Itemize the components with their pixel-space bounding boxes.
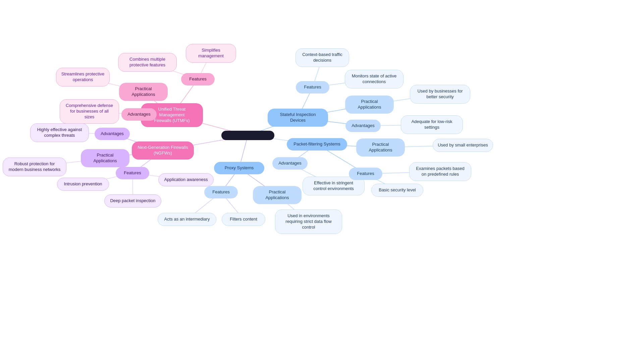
- ngfw-app-node: Application awareness: [158, 173, 214, 186]
- packet-practical-node[interactable]: Practical Applications: [356, 138, 405, 157]
- utm-simplifies-node: Simplifies management: [186, 44, 236, 63]
- proxy-intermediary-node: Acts as an intermediary: [158, 213, 216, 226]
- utm-combines-node: Combines multiple protective features: [118, 53, 177, 72]
- stateful-advantages-node[interactable]: Advantages: [345, 120, 381, 132]
- stateful-context-node: Context-based traffic decisions: [296, 48, 349, 67]
- ngfw-deep-node: Deep packet inspection: [104, 194, 161, 207]
- packet-small-node: Used by small enterprises: [433, 139, 493, 152]
- ngfw-advantages-node[interactable]: Advantages: [95, 128, 130, 140]
- ngfw-node[interactable]: Next-Generation Firewalls(NGFWs): [132, 141, 194, 160]
- ngfw-intrusion-node: Intrusion prevention: [57, 178, 109, 191]
- packet-advantages-node[interactable]: Advantages: [272, 157, 308, 170]
- ngfw-features-node[interactable]: Features: [116, 167, 149, 179]
- packet-features-node[interactable]: Features: [349, 168, 382, 180]
- utm-advantages-node[interactable]: Advantages: [121, 108, 157, 121]
- packet-basic-node: Basic security level: [371, 184, 423, 197]
- proxy-used-node: Used in environments requiring strict da…: [275, 209, 342, 234]
- proxy-practical-node[interactable]: Practical Applications: [253, 186, 302, 204]
- proxy-node[interactable]: Proxy Systems: [214, 162, 264, 174]
- utm-streamlines-node: Streamlines protective operations: [56, 68, 110, 86]
- ngfw-highly-node: Highly effective against complex threats: [30, 123, 89, 142]
- ngfw-practical-node[interactable]: Practical Applications: [81, 149, 129, 167]
- stateful-practical-node[interactable]: Practical Applications: [345, 96, 394, 114]
- stateful-monitors-node: Monitors state of active connections: [345, 70, 404, 88]
- utm-comprehensive-node: Comprehensive defense for businesses of …: [60, 99, 119, 124]
- stateful-used-node: Used by businesses for better security: [410, 85, 470, 104]
- stateful-adequate-node: Adequate for low-risk settings: [401, 115, 463, 134]
- ngfw-robust-node: Robust protection for modern business ne…: [3, 158, 66, 176]
- stateful-node[interactable]: Stateful Inspection Devices: [268, 109, 328, 127]
- proxy-filters-node: Filters content: [222, 213, 265, 226]
- utm-practical-node[interactable]: Practical Applications: [119, 83, 168, 101]
- center-node[interactable]: [221, 131, 274, 140]
- stateful-features-node[interactable]: Features: [296, 81, 329, 94]
- proxy-features-node[interactable]: Features: [204, 186, 238, 198]
- packet-examines-node: Examines packets based on predefined rul…: [409, 162, 471, 181]
- packet-node[interactable]: Packet-filtering Systems: [287, 138, 347, 150]
- utm-features-node[interactable]: Features: [181, 73, 215, 85]
